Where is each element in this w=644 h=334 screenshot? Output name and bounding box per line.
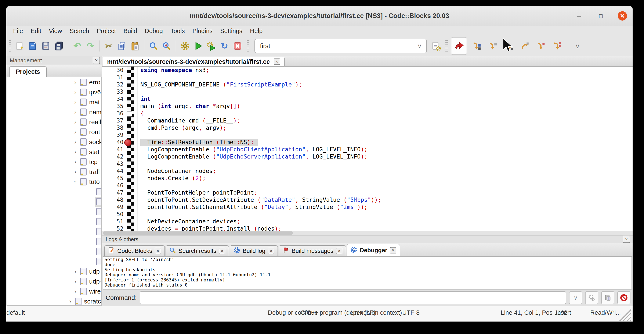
tree-item-reall[interactable]: ›reall (7, 117, 102, 127)
line-number[interactable]: 46 (102, 182, 124, 189)
chevron-right-icon[interactable]: › (72, 168, 79, 175)
line-number[interactable]: 34 (102, 95, 124, 103)
tree-item-fif[interactable]: fif (7, 187, 102, 197)
line-number[interactable]: 33 (102, 88, 124, 95)
search-input[interactable]: first (255, 42, 418, 50)
management-close-icon[interactable]: ✕ (93, 57, 100, 64)
command-history-chevron-icon[interactable]: ∨ (569, 291, 582, 304)
toolbar-grip[interactable] (9, 40, 11, 52)
line-number[interactable]: 50 (102, 211, 124, 218)
undo-icon[interactable]: ↶ (72, 41, 83, 52)
chevron-right-icon[interactable]: › (72, 159, 79, 165)
menu-view[interactable]: View (45, 26, 66, 36)
line-number[interactable]: 40 (102, 139, 124, 146)
paste-icon[interactable] (130, 41, 140, 52)
chevron-right-icon[interactable]: › (72, 109, 79, 116)
rebuild-icon[interactable]: ↻ (219, 41, 230, 52)
debugger-tools-icon[interactable] (585, 291, 598, 304)
line-number[interactable]: 39 (102, 131, 124, 139)
open-file-icon[interactable] (27, 41, 38, 52)
tab-projects[interactable]: Projects (9, 66, 46, 77)
tree-item-nam[interactable]: ›nam (7, 107, 102, 117)
chevron-right-icon[interactable]: › (72, 149, 79, 155)
line-number[interactable]: 30 (102, 67, 124, 74)
build-target-icon[interactable] (431, 41, 442, 52)
tab-close-icon[interactable]: ✕ (336, 248, 342, 254)
menu-debug[interactable]: Debug (141, 26, 166, 36)
next-line-icon[interactable] (487, 41, 498, 52)
menu-file[interactable]: File (9, 26, 27, 36)
line-number[interactable]: 37 (102, 117, 124, 124)
tab-close-icon[interactable]: ✕ (390, 247, 396, 253)
tree-item-sock[interactable]: ›sock (7, 137, 102, 147)
logs-tab-build-messages[interactable]: Build messages✕ (278, 245, 346, 256)
editor-tab-first-cc[interactable]: mnt/dev/tools/source/ns-3-dev/examples/t… (103, 57, 284, 66)
run-to-cursor-icon[interactable] (471, 41, 482, 52)
logs-close-icon[interactable]: ✕ (623, 236, 630, 243)
save-icon[interactable] (40, 41, 51, 52)
tree-item-th[interactable]: th (7, 256, 102, 266)
breakpoint-marker[interactable] (124, 139, 132, 146)
chevron-right-icon[interactable]: › (72, 278, 79, 285)
tree-item-udp[interactable]: ›udp (7, 266, 102, 276)
editor-tab-close-icon[interactable]: ✕ (274, 59, 280, 65)
chevron-right-icon[interactable]: › (72, 268, 79, 275)
tree-item-erro[interactable]: ›erro (7, 77, 102, 87)
command-input[interactable] (140, 291, 566, 304)
logs-tab-search-results[interactable]: Search results✕ (166, 245, 229, 256)
tree-item-tcp[interactable]: ›tcp (7, 157, 102, 167)
abort-build-icon[interactable] (232, 41, 243, 52)
line-number[interactable]: 48 (102, 196, 124, 203)
maximize-button[interactable]: □ (596, 11, 606, 21)
chevron-right-icon[interactable]: › (72, 79, 79, 86)
menu-build[interactable]: Build (120, 26, 141, 36)
tree-item-fir[interactable]: fir (7, 197, 102, 207)
line-number[interactable]: 32 (102, 81, 124, 88)
chevron-right-icon[interactable]: › (72, 139, 79, 145)
tree-item-rout[interactable]: ›rout (7, 127, 102, 137)
build-and-run-icon[interactable] (206, 41, 217, 52)
chevron-right-icon[interactable]: › (72, 178, 79, 185)
line-number[interactable]: 49 (102, 203, 124, 211)
stop-icon[interactable] (617, 291, 630, 304)
compile-icon[interactable] (180, 41, 190, 52)
copy-contents-icon[interactable] (601, 291, 614, 304)
step-into-instruction-icon[interactable] (552, 41, 562, 52)
editor-horizontal-scrollbar[interactable] (102, 231, 632, 235)
line-number[interactable]: 41 (102, 146, 124, 153)
tree-item-tuto[interactable]: ›tuto (7, 177, 102, 187)
line-number[interactable]: 47 (102, 189, 124, 196)
tree-item-trafl[interactable]: ›trafl (7, 167, 102, 177)
tree-item-fo[interactable]: fo (7, 207, 102, 217)
tree-item-scratch[interactable]: ›scratch (7, 296, 102, 305)
step-out-icon[interactable] (519, 41, 530, 52)
line-number[interactable]: 51 (102, 218, 124, 225)
code-editor[interactable]: 30using namespace ns3;3132NS_LOG_COMPONE… (102, 67, 632, 231)
line-number[interactable]: 43 (102, 160, 124, 167)
tree-item-wire[interactable]: ›wire (7, 286, 102, 296)
line-number[interactable]: 42 (102, 153, 124, 160)
chevron-right-icon[interactable]: › (72, 119, 79, 125)
find-icon[interactable] (148, 41, 159, 52)
chevron-right-icon[interactable]: › (72, 89, 79, 96)
tab-close-icon[interactable]: ✕ (219, 248, 225, 254)
logs-tab-debugger[interactable]: Debugger✕ (347, 244, 400, 256)
fold-collapse-icon[interactable]: – (127, 111, 132, 117)
chevron-right-icon[interactable]: › (72, 129, 79, 135)
line-number[interactable]: 45 (102, 175, 124, 182)
logs-tab-code-blocks[interactable]: Code::Blocks✕ (104, 245, 165, 256)
close-button[interactable]: ✕ (618, 11, 627, 21)
logs-tab-build-log[interactable]: Build log✕ (230, 245, 278, 256)
run-icon[interactable] (193, 41, 204, 52)
next-instruction-icon[interactable] (536, 41, 546, 52)
toolbar-grip2[interactable] (446, 40, 448, 52)
menu-plugins[interactable]: Plugins (189, 26, 216, 36)
toolbar-overflow-chevron-icon[interactable]: ∨ (575, 42, 580, 50)
menu-help[interactable]: Help (246, 26, 266, 36)
tree-item-si[interactable]: si (7, 246, 102, 256)
tree-item-ipv6[interactable]: ›ipv6 (7, 87, 102, 97)
tree-item-stat[interactable]: ›stat (7, 147, 102, 157)
line-number[interactable]: 52 (102, 225, 124, 231)
line-number[interactable]: 31 (102, 74, 124, 81)
tab-close-icon[interactable]: ✕ (155, 248, 161, 254)
